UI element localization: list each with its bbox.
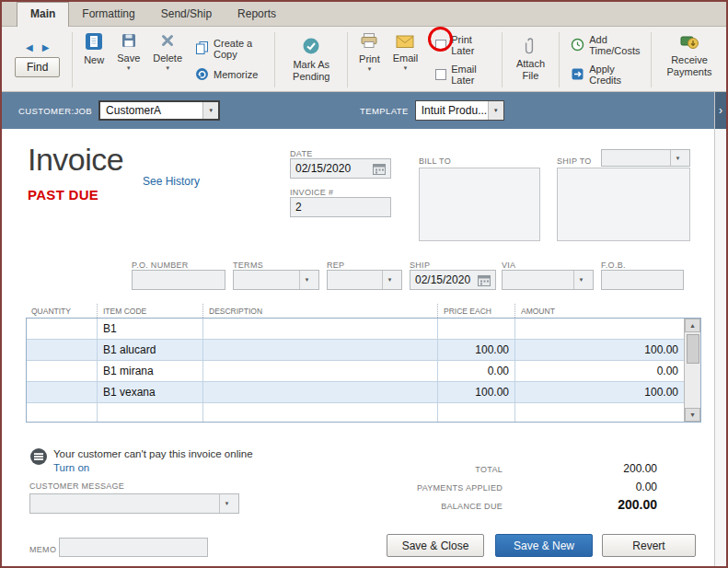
cell-item-code[interactable] [98, 403, 203, 422]
customer-message-combo[interactable]: ▼ [29, 493, 239, 514]
email-later-checkbox[interactable] [435, 69, 446, 80]
template-combo[interactable]: Intuit Produ... ▼ [415, 100, 504, 121]
cell-item-code[interactable]: B1 alucard [98, 340, 203, 360]
terms-caret-icon[interactable]: ▼ [299, 271, 314, 289]
attach-file-button[interactable]: Attach File [506, 30, 554, 89]
cell-price-each[interactable]: 100.00 [438, 382, 515, 402]
cell-item-code[interactable]: B1 [98, 319, 203, 339]
customer-job-caret-icon[interactable]: ▼ [202, 102, 218, 119]
save-close-button[interactable]: Save & Close [387, 534, 484, 557]
cell-quantity[interactable] [27, 382, 98, 402]
delete-button[interactable]: Delete ▼ [146, 30, 189, 89]
expand-panel-button[interactable]: › [715, 92, 726, 129]
print-dropdown-caret-icon[interactable]: ▼ [366, 66, 372, 72]
terms-combo[interactable]: ▼ [233, 270, 319, 290]
table-scrollbar[interactable]: ▲ ▼ [684, 319, 700, 422]
payments-applied-row: PAYMENTS APPLIED 0.00 [326, 481, 657, 493]
memo-field[interactable] [59, 538, 208, 557]
forward-arrow-icon[interactable]: ▶ [42, 42, 50, 52]
cell-quantity[interactable] [27, 361, 98, 381]
via-caret-icon[interactable]: ▼ [573, 271, 588, 289]
bill-to-box[interactable] [419, 168, 540, 241]
cell-item-code[interactable]: B1 vexana [98, 382, 203, 402]
toolbar-separator [72, 32, 73, 87]
memorize-button[interactable]: Memorize [195, 67, 263, 83]
customer-message-caret-icon[interactable]: ▼ [219, 494, 234, 513]
cell-description[interactable] [203, 361, 438, 381]
cell-quantity[interactable] [27, 319, 98, 339]
date-label: DATE [290, 149, 313, 158]
tab-reports[interactable]: Reports [225, 3, 289, 26]
template-caret-icon[interactable]: ▼ [488, 101, 503, 120]
find-button[interactable]: Find [15, 57, 60, 77]
new-label: New [84, 54, 104, 66]
cell-description[interactable] [203, 382, 438, 402]
scroll-down-icon[interactable]: ▼ [685, 408, 700, 422]
email-dropdown-caret-icon[interactable]: ▼ [402, 65, 408, 71]
revert-button[interactable]: Revert [602, 534, 696, 557]
rep-caret-icon[interactable]: ▼ [382, 271, 397, 289]
online-payment-message: Your customer can't pay this invoice onl… [53, 448, 253, 459]
tab-formatting[interactable]: Formatting [69, 3, 147, 26]
print-later-option[interactable]: Print Later [435, 34, 490, 56]
calendar-icon[interactable] [373, 163, 386, 175]
po-number-field[interactable] [132, 270, 225, 290]
scrollbar-thumb[interactable] [687, 334, 699, 364]
cell-price-each[interactable]: 0.00 [438, 361, 515, 381]
delete-dropdown-caret-icon[interactable]: ▼ [165, 65, 170, 71]
print-icon [360, 32, 378, 52]
calendar-icon[interactable] [478, 274, 491, 286]
print-later-checkbox[interactable] [435, 40, 446, 51]
new-button[interactable]: New [77, 30, 110, 89]
print-button[interactable]: Print ▼ [352, 30, 387, 89]
ship-to-caret-icon[interactable]: ▼ [670, 150, 685, 166]
turn-on-link[interactable]: Turn on [53, 462, 89, 473]
ship-date-field[interactable]: 02/15/2020 [410, 270, 496, 290]
cell-price-each[interactable] [438, 403, 515, 422]
ship-date-value: 02/15/2020 [415, 273, 470, 286]
back-arrow-icon[interactable]: ◀ [26, 42, 33, 52]
create-copy-button[interactable]: Create a Copy [195, 38, 263, 60]
invoice-number-field[interactable]: 2 [290, 197, 391, 217]
cell-description[interactable] [203, 403, 438, 422]
email-button[interactable]: Email ▼ [387, 30, 425, 89]
save-button[interactable]: Save ▼ [110, 30, 146, 89]
cell-quantity[interactable] [27, 403, 98, 422]
email-later-label: Email Later [451, 64, 490, 86]
cell-item-code[interactable]: B1 mirana [98, 361, 203, 381]
tab-main[interactable]: Main [17, 2, 69, 27]
mark-as-pending-label: Mark As Pending [286, 59, 336, 82]
cell-description[interactable] [203, 319, 438, 339]
cell-description[interactable] [203, 340, 438, 360]
cell-price-each[interactable]: 100.00 [438, 340, 515, 360]
cell-price-each[interactable] [438, 319, 515, 339]
receive-payments-button[interactable]: Receive Payments [656, 30, 722, 89]
see-history-link[interactable]: See History [143, 175, 200, 188]
date-field[interactable]: 02/15/2020 [290, 158, 391, 179]
scroll-up-icon[interactable]: ▲ [685, 319, 700, 332]
email-later-option[interactable]: Email Later [435, 64, 490, 86]
ship-to-box[interactable] [557, 168, 690, 241]
cell-amount[interactable]: 100.00 [515, 382, 684, 402]
rep-combo[interactable]: ▼ [327, 270, 402, 290]
cell-amount[interactable] [515, 319, 684, 339]
add-time-costs-button[interactable]: Add Time/Costs [571, 34, 644, 56]
save-new-button[interactable]: Save & New [495, 534, 593, 557]
table-row-empty[interactable] [27, 403, 684, 422]
balance-due-value: 200.00 [503, 497, 657, 512]
cell-amount[interactable]: 0.00 [515, 361, 684, 381]
via-combo[interactable]: ▼ [502, 270, 594, 290]
cell-amount[interactable]: 100.00 [515, 340, 684, 360]
fob-label: F.O.B. [601, 261, 626, 270]
line-items-header: QUANTITY ITEM CODE DESCRIPTION PRICE EAC… [26, 304, 685, 318]
mark-as-pending-button[interactable]: Mark As Pending [280, 30, 342, 89]
save-dropdown-caret-icon[interactable]: ▼ [126, 65, 132, 71]
tab-send-ship[interactable]: Send/Ship [148, 3, 225, 26]
cell-amount[interactable] [515, 403, 684, 422]
apply-credits-button[interactable]: Apply Credits [571, 64, 644, 86]
customer-job-combo[interactable]: CustomerA ▼ [98, 100, 220, 121]
ship-to-combo[interactable]: ▼ [601, 149, 690, 167]
later-checkbox-group: Print Later Email Later [424, 30, 496, 89]
cell-quantity[interactable] [27, 340, 98, 360]
fob-field[interactable] [601, 270, 684, 290]
